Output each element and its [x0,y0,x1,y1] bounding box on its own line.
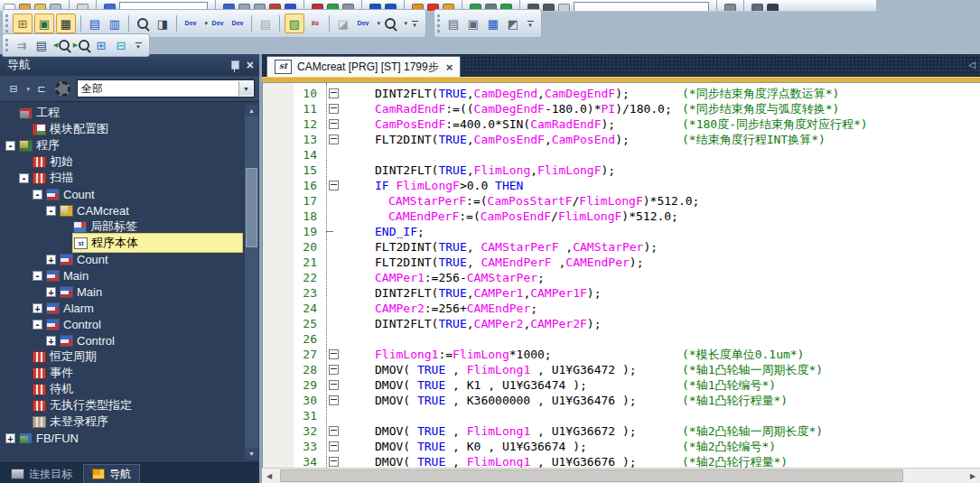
tree-scrollbar[interactable]: ▲ ▼ [245,105,258,460]
tree-filter-combo[interactable]: 全部▼ [77,79,255,98]
statement-insert-icon[interactable]: ▥ [106,14,124,33]
tree-item-fbfun[interactable]: +FB/FUN [0,430,259,446]
zoom-dialog-icon[interactable]: ▣ [464,14,482,33]
code-line[interactable]: 30DMOV( TRUE , K36000000 , U1¥G36476 );(… [263,393,980,408]
tree-item-[interactable]: -程序 [0,137,259,153]
collapse-all-icon[interactable]: ⊏ [33,79,51,98]
tree-display-option-icon[interactable]: ⊟ [5,79,23,98]
collapse-expander-icon[interactable]: - [19,173,29,183]
code-text[interactable]: FLT2DINT(TRUE, CAMStarPerF ,CAMStarPer); [342,239,980,255]
insert-line-statement-icon[interactable]: ⊞ [92,36,110,54]
tree-item-[interactable]: 事件 [0,365,259,381]
io-check-icon[interactable]: I/o [306,14,324,33]
find-next-icon[interactable]: ▶ [72,36,90,54]
code-text[interactable]: CAMPer2:=256+CAMEndPer; [342,301,980,316]
find-in-window-icon[interactable]: ◨ [154,14,172,33]
scroll-right-icon[interactable]: ▶ [966,469,980,483]
code-text[interactable] [342,147,980,163]
code-text[interactable]: DINT2FLT(TRUE,CAMPer1,CAMPer1F); [342,285,980,301]
tree-item-[interactable]: st程序本体 [0,235,259,251]
tab-close-icon[interactable]: × [446,60,453,74]
toolbar-overflow-button[interactable]: ▾ [133,37,144,53]
code-line[interactable]: 32DMOV( TRUE , FlimLong1 , U1¥G36672 );(… [263,423,980,439]
code-text[interactable]: CamRadEndF:=((CamDegEndF-180.0)*PI)/180.… [342,101,980,116]
tree-item-count[interactable]: +Count [0,251,259,267]
code-line[interactable]: 33DMOV( TRUE , K0 , U1¥G36674 );(*轴2凸轮编号… [263,439,980,454]
tree-item-[interactable]: 待机 [0,381,259,397]
open-window-list-icon[interactable]: ▤ [444,14,462,33]
tab-scroll-left-icon[interactable]: ◁ [968,60,975,70]
tree-item-[interactable]: -扫描 [0,170,259,186]
tree-item-[interactable]: 无执行类型指定 [0,397,259,413]
delete-line-statement-icon[interactable]: ⊟ [112,36,130,54]
code-text[interactable]: DMOV( TRUE , FlimLong1 , U1¥G36676 );(*轴… [342,454,980,468]
code-line[interactable]: 27FlimLong1:=FlimLong*1000;(*模长度单位0.1um*… [263,347,980,362]
code-line[interactable]: 25DINT2FLT(TRUE,CAMPer2,CAMPer2F); [263,316,980,331]
eraser-icon[interactable]: ◪ [334,14,352,33]
scroll-up-icon[interactable]: ▲ [245,105,258,116]
comment-edit-icon[interactable]: ▨ [285,14,304,33]
find-binoculars-icon[interactable] [134,14,152,33]
tree-item-alarm[interactable]: +Alarm [0,300,259,316]
code-text[interactable]: END_IF; [342,224,980,239]
code-text[interactable]: FLT2DINT(TRUE, CAMEndPerF ,CAMEndPer); [342,255,980,270]
code-text[interactable] [342,408,980,423]
code-line[interactable]: 31 [263,408,980,423]
scroll-down-icon[interactable]: ▼ [245,448,258,460]
h-scrollbar-thumb[interactable] [280,469,903,482]
collapse-expander-icon[interactable]: - [46,206,56,216]
code-line[interactable]: 16IF FlimLongF>0.0 THEN [263,178,980,193]
display-navigation-icon[interactable]: ⊞ [13,14,33,33]
display-module-icon[interactable]: ▦ [56,14,76,33]
code-line[interactable]: 17CAMStarPerF:=(CamPosStartF/FlimLongF)*… [263,193,980,209]
code-text[interactable]: CamPosEndF:=400.0*SIN(CamRadEndF);(*180度… [342,116,980,132]
fold-collapse-icon[interactable] [329,365,339,375]
scroll-left-icon[interactable]: ◀ [262,469,276,483]
display-monitor-window-icon[interactable]: ▣ [34,14,54,33]
code-text[interactable]: DINT2FLT(TRUE,FlimLong,FlimLongF); [342,163,980,178]
device-batch-icon[interactable]: Dev [229,14,247,33]
st-code-editor[interactable]: 10DINT2FLT(TRUE,CamDegEnd,CamDegEndF);(*… [262,83,980,468]
code-line[interactable]: 14 [263,147,980,163]
device-find-icon[interactable]: Dev [182,14,200,33]
collapse-expander-icon[interactable]: - [33,271,42,281]
fold-collapse-icon[interactable] [329,380,339,390]
convert-icon[interactable]: ⇉ [13,36,31,54]
edit-mode-icon[interactable] [724,4,736,11]
code-text[interactable]: CAMStarPerF:=(CamPosStartF/FlimLongF)*51… [342,193,980,209]
code-text[interactable] [342,331,980,347]
editor-horizontal-scrollbar[interactable]: ◀ ▶ [262,468,980,483]
expand-expander-icon[interactable]: + [46,336,56,346]
document-tab-camcreat[interactable]: st CAMcreat [PRG] [ST] 1799步 × [266,56,461,77]
expand-expander-icon[interactable]: + [5,433,15,443]
collapse-expander-icon[interactable]: - [5,141,15,151]
settings-gear-icon[interactable] [53,79,71,98]
tree-item-control[interactable]: -Control [0,316,259,332]
code-line[interactable]: 12CamPosEndF:=400.0*SIN(CamRadEndF);(*18… [263,116,980,132]
code-line[interactable]: 11CamRadEndF:=((CamDegEndF-180.0)*PI)/18… [263,101,980,116]
code-line[interactable]: 21FLT2DINT(TRUE, CAMEndPerF ,CAMEndPer); [263,255,980,270]
code-line[interactable]: 13FLT2DINT(TRUE,CamPosEndF,CamPosEnd);(*… [263,132,980,147]
connection-destination-tab[interactable]: 连接目标 [3,465,80,483]
page-icon[interactable] [558,4,570,11]
code-line[interactable]: 26 [263,331,980,347]
code-text[interactable]: DMOV( TRUE , FlimLong1 , U1¥G36472 );(*轴… [342,362,980,377]
navigation-tab[interactable]: 导航 [83,464,140,483]
program-check-icon[interactable]: ▤ [33,36,51,54]
code-line[interactable]: 28DMOV( TRUE , FlimLong1 , U1¥G36472 );(… [263,362,980,377]
close-panel-icon[interactable]: × [247,59,254,71]
cross-reference-icon[interactable]: ▤ [257,14,275,33]
code-line[interactable]: 19END_IF; [263,224,980,239]
collapse-expander-icon[interactable]: - [33,190,42,200]
code-line[interactable]: 18CAMEndPerF:=(CamPosEndF/FlimLongF)*512… [263,209,980,224]
code-text[interactable]: DMOV( TRUE , K1 , U1¥G36474 );(*轴1凸轮编号*) [342,377,980,393]
code-line[interactable]: 20FLT2DINT(TRUE, CAMStarPerF ,CAMStarPer… [263,239,980,255]
monitor-find-icon[interactable] [381,14,399,33]
zoom-level-combo[interactable] [574,2,709,11]
fold-collapse-icon[interactable] [329,395,339,405]
statement-list-icon[interactable]: ▤ [86,14,104,33]
expand-expander-icon[interactable]: + [46,287,56,297]
code-text[interactable]: DMOV( TRUE , K0 , U1¥G36674 );(*轴2凸轮编号*) [342,439,980,454]
fold-collapse-icon[interactable] [329,426,339,436]
code-text[interactable]: DINT2FLT(TRUE,CamDegEnd,CamDegEndF);(*同步… [342,86,980,101]
